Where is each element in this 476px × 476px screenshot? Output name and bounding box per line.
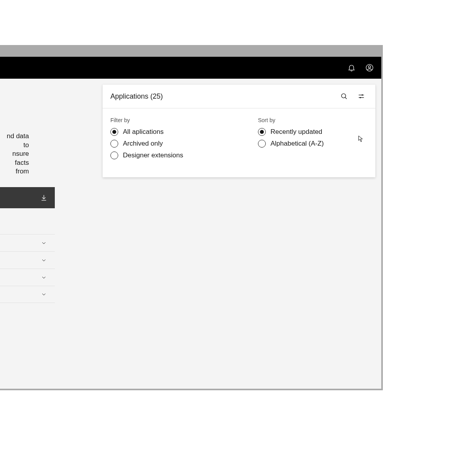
radio-unselected-icon <box>258 140 266 148</box>
notifications-button[interactable] <box>347 63 356 72</box>
top-navbar <box>0 57 381 79</box>
radio-label: All aplications <box>123 128 164 136</box>
chevron-down-icon <box>41 257 47 263</box>
chevron-down-icon <box>41 274 47 281</box>
accordion-item[interactable] <box>0 286 55 303</box>
chevron-down-icon <box>41 291 47 298</box>
filter-option-designer-extensions[interactable]: Designer extensions <box>110 151 236 159</box>
radio-unselected-icon <box>110 140 118 148</box>
search-button[interactable] <box>335 88 353 105</box>
filter-option-archived-only[interactable]: Archived only <box>110 140 236 148</box>
description-text-partial: nd data to nsure facts from <box>0 132 29 176</box>
download-icon <box>40 194 48 202</box>
accordion-item[interactable] <box>0 269 55 286</box>
accordion-item[interactable] <box>0 251 55 269</box>
sort-section: Sort by Recently updated Alphabetical (A… <box>258 117 368 163</box>
radio-label: Recently updated <box>270 128 322 136</box>
accordion-list <box>0 234 55 303</box>
sort-option-recently-updated[interactable]: Recently updated <box>258 128 368 136</box>
app-window: nd data to nsure facts from <box>0 57 381 389</box>
applications-panel: Applications (25) <box>103 85 375 177</box>
radio-selected-icon <box>258 128 266 136</box>
filter-label: Filter by <box>110 117 236 123</box>
chevron-down-icon <box>41 240 47 246</box>
left-column: nd data to nsure facts from <box>0 79 55 389</box>
panel-title: Applications (25) <box>110 92 335 101</box>
main-content: nd data to nsure facts from <box>0 79 381 389</box>
window-chrome: nd data to nsure facts from <box>0 45 383 390</box>
filter-settings-button[interactable] <box>353 88 370 105</box>
bell-icon <box>347 63 356 72</box>
search-icon <box>340 92 348 100</box>
radio-label: Archived only <box>123 140 163 148</box>
filter-option-all-applications[interactable]: All aplications <box>110 128 236 136</box>
sort-option-alphabetical[interactable]: Alphabetical (A-Z) <box>258 140 368 148</box>
radio-selected-icon <box>110 128 118 136</box>
radio-label: Designer extensions <box>123 151 183 159</box>
radio-label: Alphabetical (A-Z) <box>270 140 324 148</box>
svg-point-1 <box>368 66 371 68</box>
svg-point-5 <box>362 94 363 96</box>
panel-body: Filter by All aplications Archived only <box>103 108 375 171</box>
svg-line-3 <box>345 97 347 99</box>
svg-point-7 <box>360 97 361 98</box>
filter-section: Filter by All aplications Archived only <box>110 117 236 163</box>
download-button[interactable] <box>0 187 55 208</box>
sliders-icon <box>357 92 365 100</box>
svg-point-2 <box>341 94 346 98</box>
radio-unselected-icon <box>110 151 118 159</box>
account-icon <box>365 63 374 72</box>
account-button[interactable] <box>365 63 374 72</box>
sort-label: Sort by <box>258 117 368 123</box>
accordion-item[interactable] <box>0 234 55 251</box>
panel-header: Applications (25) <box>103 85 375 108</box>
